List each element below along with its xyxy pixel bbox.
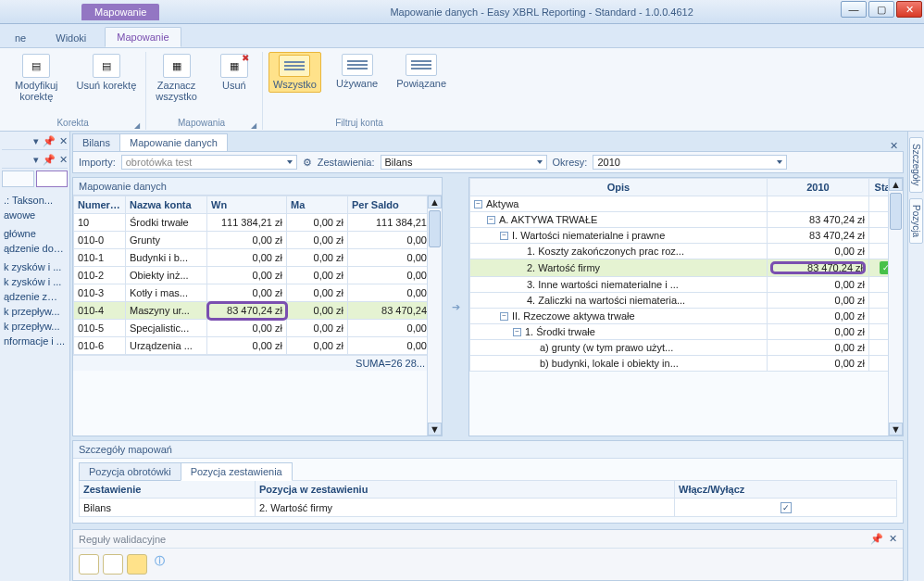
dock-tab-pozycja[interactable]: Pozycja [909,198,923,244]
left-list-item[interactable]: ądzenie do s... [2,241,68,256]
ribbon-group1-label: Korekta [11,116,134,130]
maximize-button[interactable]: ▢ [868,1,894,18]
menu-tab-mapowanie[interactable]: Mapowanie [105,27,181,47]
validation-pin-icon[interactable]: 📌 [870,533,883,545]
menu-bar: ne Widoki Mapowanie [0,24,924,48]
ribbon-group2-label: Mapowania [152,116,251,130]
left-list-item[interactable]: .: Takson... [2,193,68,208]
validation-close-icon[interactable]: ✕ [889,533,897,545]
account-row[interactable]: 010-6Urządzenia ...0,00 zł0,00 zł0,00 zł [74,337,442,355]
enable-checkbox[interactable]: ✓ [780,502,792,513]
details-title: Szczegóły mapowań [73,441,903,459]
filter-all-icon [279,55,310,77]
tree-row[interactable]: −Aktywa [470,196,903,212]
menu-tab-0[interactable]: ne [4,29,37,47]
accounts-scrollbar[interactable]: ▲ ▼ [427,196,442,436]
left-list-item[interactable]: awowe [2,208,68,222]
accounts-sum: SUMA=26 28... [73,355,442,371]
left-dock: ▾ 📌 ✕ ▾ 📌 ✕ .: Takson...awowegłówneądzen… [0,132,70,581]
tab-bilans[interactable]: Bilans [72,133,120,152]
left-list-item[interactable]: ądzenie zmian i... [2,289,68,304]
account-row[interactable]: 010-5Specjalistic...0,00 zł0,00 zł0,00 z… [74,320,442,337]
dock-close-icon[interactable]: ✕ [59,135,68,147]
account-row[interactable]: 010-1Budynki i b...0,00 zł0,00 zł0,00 zł [74,249,442,267]
validation-btn-2[interactable] [103,554,123,575]
ribbon-delete[interactable]: ▦✖ Usuń [212,52,256,93]
account-row[interactable]: 010-3Kotły i mas...0,00 zł0,00 zł0,00 zł [74,284,442,302]
expand-icon[interactable]: − [500,232,508,240]
ribbon-filter-linked[interactable]: Powiązane [393,52,450,91]
ribbon-group2-launcher[interactable]: ◢ [251,121,256,130]
details-row[interactable]: Bilans 2. Wartość firmy ✓ [80,499,897,517]
okresy-label: Okresy: [553,157,588,168]
ribbon-filter-all[interactable]: Wszystko [268,52,321,93]
title-bar: Mapowanie Mapowanie danych - Easy XBRL R… [0,0,924,24]
accounts-panel-title: Mapowanie danych [73,178,442,196]
ribbon-modify-correction[interactable]: ▤ Modyfikuj korektę [11,52,61,104]
expand-icon[interactable]: − [500,312,508,321]
tree-row[interactable]: 3. Inne wartości niematerialne i ...0,00… [470,277,903,293]
left-list-item[interactable]: k przepływ... [2,304,68,319]
expand-icon[interactable]: − [513,328,521,336]
account-row[interactable]: 010-2Obiekty inż...0,00 zł0,00 zł0,00 zł [74,267,442,284]
ribbon-select-all[interactable]: ▦ Zaznacz wszystko [152,52,201,104]
document-tabs: Bilans Mapowanie danych ✕ [72,133,904,152]
importy-label: Importy: [79,157,116,168]
menu-tab-widoki[interactable]: Widoki [44,29,97,47]
tab-pozycja-zestawienia[interactable]: Pozycja zestawienia [181,462,293,481]
ribbon-group1-launcher[interactable]: ◢ [134,121,140,130]
minimize-button[interactable]: — [841,1,867,18]
dock-tab-szczegoly[interactable]: Szczegóły [909,137,923,193]
close-button[interactable]: ✕ [896,1,922,18]
left-list-item[interactable]: k przepływ... [2,319,68,334]
tree-row[interactable]: −1. Środki trwałe0,00 zł [470,324,903,340]
filter-used-icon [342,54,373,76]
report-tree[interactable]: Opis 2010 Stan −Aktywa−A. AKTYWA TRWAŁE8… [469,178,903,372]
dock-view-grid[interactable] [36,171,69,187]
account-row[interactable]: 010-4Maszyny ur...83 470,24 zł0,00 zł83 … [74,302,442,320]
left-list-item[interactable]: k zysków i ... [2,259,68,274]
dock-close2-icon[interactable]: ✕ [59,154,68,166]
expand-icon[interactable]: − [474,200,482,208]
importy-combo[interactable]: obrotówka test [121,155,297,170]
map-arrow-icon[interactable]: ➔ [446,177,465,436]
left-report-list[interactable]: .: Takson...awowegłówneądzenie do s...k … [2,193,68,348]
tree-row[interactable]: a) grunty (w tym prawo użyt...0,00 zł [470,340,903,356]
dock-menu-icon[interactable]: ▾ [33,135,39,147]
tab-mapowanie-danych[interactable]: Mapowanie danych [119,133,228,152]
tree-row[interactable]: −I. Wartości niematerialne i prawne83 47… [470,228,903,244]
tree-row[interactable]: 2. Wartość firmy83 470,24 zł✓ [470,259,903,277]
tree-row[interactable]: 4. Zaliczki na wartości niemateria...0,0… [470,293,903,309]
accounts-table[interactable]: Numer k... Nazwa konta Wn Ma Per Saldo 1… [73,196,442,355]
tree-scrollbar[interactable]: ▲ ▼ [888,178,903,436]
tree-row[interactable]: −A. AKTYWA TRWAŁE83 470,24 zł [470,212,903,228]
ribbon-delete-correction[interactable]: ▤ Usuń korektę [72,52,140,93]
tree-row[interactable]: b) budynki, lokale i obiekty in...0,00 z… [470,356,903,372]
select-all-icon: ▦ [163,54,191,78]
settings-icon[interactable]: ⚙ [303,157,312,169]
left-list-item[interactable]: główne [2,226,68,241]
dock-pin2-icon[interactable]: 📌 [43,154,56,166]
left-list-item[interactable]: k zysków i ... [2,274,68,289]
details-table[interactable]: Zestawienie Pozycja w zestawieniu Włącz/… [79,480,897,517]
dock-pin-icon[interactable]: 📌 [43,135,56,147]
okresy-combo[interactable]: 2010 [593,155,787,170]
info-icon[interactable]: ⓘ [151,554,165,575]
mapping-details-panel: Szczegóły mapowań Pozycja obrotówki Pozy… [72,440,904,524]
dock-view-list[interactable] [2,171,34,187]
zestawienia-combo[interactable]: Bilans [381,155,547,170]
account-row[interactable]: 10Środki trwałe111 384,21 zł0,00 zł111 3… [74,214,442,232]
tree-row[interactable]: 1. Koszty zakończonych prac roz...0,00 z… [470,244,903,259]
report-tree-panel: Opis 2010 Stan −Aktywa−A. AKTYWA TRWAŁE8… [468,177,904,436]
tree-row[interactable]: −II. Rzeczowe aktywa trwałe0,00 zł [470,309,903,324]
tab-pozycja-obrotowki[interactable]: Pozycja obrotówki [79,462,181,481]
grid-edit-icon: ▤ [22,54,50,78]
validation-btn-3[interactable] [127,554,147,575]
validation-panel: Reguły walidacyjne 📌 ✕ ⓘ [72,529,904,581]
account-row[interactable]: 010-0Grunty0,00 zł0,00 zł0,00 zł [74,232,442,249]
dock-menu2-icon[interactable]: ▾ [33,154,39,166]
left-list-item[interactable]: nformacje i ... [2,334,68,348]
expand-icon[interactable]: − [487,216,495,224]
validation-btn-1[interactable] [79,554,99,575]
ribbon-filter-used[interactable]: Używane [332,52,381,91]
